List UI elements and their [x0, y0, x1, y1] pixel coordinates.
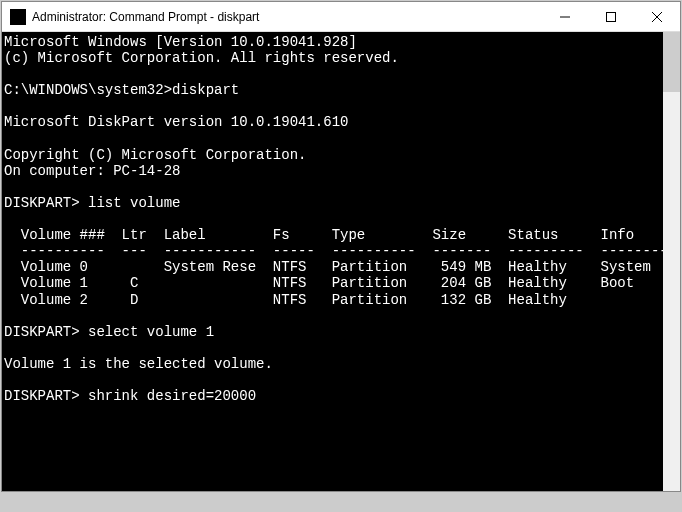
terminal-area: Microsoft Windows [Version 10.0.19041.92…: [2, 32, 680, 491]
scroll-thumb[interactable]: [663, 32, 680, 92]
app-icon: [10, 9, 26, 25]
minimize-button[interactable]: [542, 2, 588, 31]
close-button[interactable]: [634, 2, 680, 31]
svg-rect-1: [607, 12, 616, 21]
close-icon: [652, 12, 662, 22]
titlebar[interactable]: Administrator: Command Prompt - diskpart: [2, 2, 680, 32]
maximize-icon: [606, 12, 616, 22]
command-prompt-window: Administrator: Command Prompt - diskpart…: [1, 1, 681, 492]
minimize-icon: [560, 12, 570, 22]
vertical-scrollbar[interactable]: [663, 32, 680, 491]
terminal-output[interactable]: Microsoft Windows [Version 10.0.19041.92…: [2, 32, 663, 491]
window-controls: [542, 2, 680, 31]
maximize-button[interactable]: [588, 2, 634, 31]
window-title: Administrator: Command Prompt - diskpart: [32, 10, 542, 24]
